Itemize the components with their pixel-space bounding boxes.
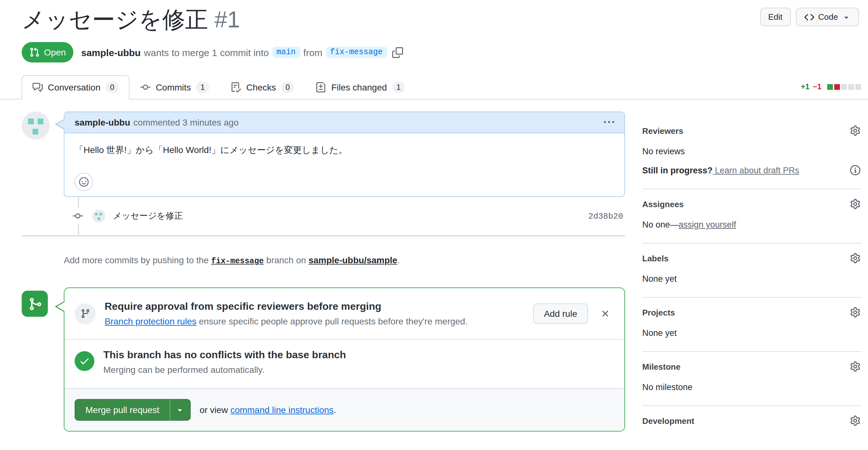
edit-button-label: Edit: [768, 12, 782, 22]
comment-header: sample-ubbu commented 3 minutes ago: [64, 112, 624, 133]
info-icon[interactable]: [850, 165, 860, 175]
reviewers-empty-text: No reviews: [642, 147, 862, 156]
comment-text: 「Hello 世界!」から「Hello World!」にメッセージを変更しました…: [74, 143, 614, 157]
timeline-divider: [22, 235, 625, 236]
code-button[interactable]: Code: [796, 8, 859, 26]
pr-timeline: sample-ubbu commented 3 minutes ago 「Hel…: [22, 99, 625, 431]
pr-author[interactable]: sample-ubbu: [81, 47, 141, 58]
reviewers-gear-icon[interactable]: [850, 126, 860, 136]
assignees-gear-icon[interactable]: [850, 199, 860, 209]
branch-protection-title: Require approval from specific reviewers…: [104, 301, 523, 312]
diffstat-deletions: −1: [813, 82, 822, 91]
pr-state-label: Open: [44, 47, 66, 57]
merge-button-label: Merge pull request: [86, 405, 159, 415]
or-view-text: or view: [199, 405, 230, 415]
tab-label: Checks: [246, 82, 276, 92]
commit-row: メッセージを修正 2d38b20: [22, 197, 625, 235]
projects-gear-icon[interactable]: [850, 307, 860, 317]
commit-sha[interactable]: 2d38b20: [588, 211, 623, 221]
tab-label: Commits: [156, 82, 191, 92]
git-commit-icon: [73, 208, 83, 224]
mergeability-subtitle: Merging can be performed automatically.: [103, 364, 614, 375]
git-merge-icon: [22, 291, 48, 317]
pr-header: メッセージを修正 #1 Edit Code Open sample-ubbu w…: [0, 0, 868, 62]
copy-icon: [392, 47, 403, 58]
branch-protection-rules-link[interactable]: Branch protection rules: [104, 316, 196, 326]
sidebar-section-development: Development: [642, 406, 862, 439]
code-button-label: Code: [818, 12, 838, 22]
push-note-text: branch on: [266, 255, 306, 265]
code-icon: [804, 12, 814, 22]
triangle-down-icon: [176, 406, 185, 414]
kebab-horizontal-icon: [604, 117, 614, 127]
base-branch-label[interactable]: main: [272, 46, 300, 58]
sidebar-section-projects: Projects None yet: [642, 298, 862, 352]
sidebar-section-milestone: Milestone No milestone: [642, 352, 862, 406]
checklist-icon: [231, 82, 241, 92]
assign-yourself-link[interactable]: assign yourself: [679, 220, 736, 229]
push-note-branch-link[interactable]: fix-message: [211, 257, 264, 266]
commit-avatar[interactable]: [92, 210, 105, 222]
tab-files-changed[interactable]: Files changed 1: [305, 75, 416, 99]
pr-description-text: wants to merge 1 commit into: [144, 47, 269, 58]
push-note-text: Add more commits by pushing to the: [64, 255, 209, 265]
pr-tabnav: Conversation 0 Commits 1 Checks 0 Files …: [0, 75, 868, 99]
add-rule-button[interactable]: Add rule: [533, 303, 588, 324]
tab-counter: 1: [392, 82, 405, 93]
push-note-repo-link[interactable]: sample-ubbu/sample: [308, 255, 397, 265]
smiley-icon: [79, 177, 89, 187]
comment-discussion-icon: [33, 82, 43, 92]
commit-message[interactable]: メッセージを修正: [113, 210, 183, 222]
comment-options-button[interactable]: [604, 117, 614, 127]
milestone-empty-text: No milestone: [642, 382, 862, 392]
development-title: Development: [642, 416, 694, 425]
dismiss-button[interactable]: [600, 309, 610, 319]
pr-title-text: メッセージを修正: [22, 6, 208, 33]
branch-protection-rest: ensure specific people approve pull requ…: [196, 316, 468, 326]
push-note: Add more commits by pushing to the fix-m…: [64, 255, 625, 266]
chevron-down-icon: [842, 12, 851, 21]
merge-options-dropdown[interactable]: [169, 399, 191, 421]
tab-counter: 1: [196, 82, 209, 93]
git-branch-icon: [74, 303, 96, 324]
reviewers-title: Reviewers: [642, 126, 683, 135]
assignees-empty-text: No one—: [642, 220, 679, 229]
milestone-gear-icon[interactable]: [850, 361, 860, 372]
diffstat-blocks: [827, 84, 861, 90]
projects-title: Projects: [642, 308, 675, 317]
cli-period: .: [334, 405, 336, 415]
command-line-instructions-link[interactable]: command line instructions: [230, 405, 334, 415]
sidebar-section-assignees: Assignees No one—assign yourself: [642, 189, 862, 244]
comment: sample-ubbu commented 3 minutes ago 「Hel…: [22, 111, 625, 197]
sidebar-section-labels: Labels None yet: [642, 244, 862, 298]
head-branch-label[interactable]: fix-message: [326, 46, 387, 58]
pr-description: sample-ubbu wants to merge 1 commit into…: [81, 46, 403, 58]
file-diff-icon: [316, 82, 326, 92]
draft-pr-prompt: Still in progress? Learn about draft PRs: [642, 165, 799, 175]
comment-author[interactable]: sample-ubbu: [74, 117, 130, 127]
add-reaction-button[interactable]: [74, 173, 93, 191]
tab-commits[interactable]: Commits 1: [129, 75, 220, 99]
labels-title: Labels: [642, 253, 669, 263]
labels-gear-icon[interactable]: [850, 253, 860, 263]
tab-counter: 0: [105, 82, 119, 93]
learn-draft-prs-link[interactable]: Learn about draft PRs: [713, 165, 800, 175]
milestone-title: Milestone: [642, 362, 681, 371]
development-gear-icon[interactable]: [850, 416, 860, 426]
merge-box: Require approval from specific reviewers…: [64, 287, 625, 431]
labels-empty-text: None yet: [642, 274, 862, 284]
tab-counter: 0: [281, 82, 294, 93]
check-icon: [74, 351, 94, 371]
diffstat-additions: +1: [801, 82, 809, 91]
comment-timestamp: commented 3 minutes ago: [133, 117, 239, 127]
pr-state-badge: Open: [22, 42, 74, 62]
tab-conversation[interactable]: Conversation 0: [22, 75, 129, 99]
projects-empty-text: None yet: [642, 328, 862, 338]
copy-branch-button[interactable]: [392, 47, 403, 58]
push-note-period: .: [397, 255, 400, 265]
avatar[interactable]: [22, 111, 50, 139]
edit-button[interactable]: Edit: [760, 8, 791, 26]
tab-checks[interactable]: Checks 0: [220, 75, 305, 99]
branch-protection-row: Require approval from specific reviewers…: [64, 288, 624, 339]
merge-pull-request-button[interactable]: Merge pull request: [74, 399, 169, 421]
